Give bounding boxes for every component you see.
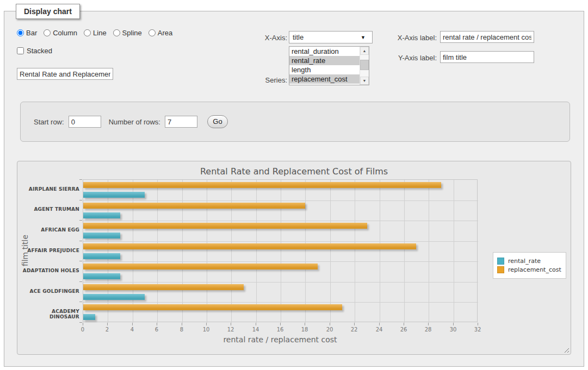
start-row-input[interactable] bbox=[69, 116, 101, 128]
chart-gridline bbox=[83, 221, 478, 221]
chart-bar-replacement_cost bbox=[83, 264, 318, 269]
chart-x-axis-title: rental rate / replacement cost bbox=[83, 335, 478, 344]
y-axis-tick bbox=[79, 241, 82, 241]
category-label: AFFAIR PREJUDICE bbox=[21, 248, 79, 253]
display-chart-fieldset: Display chart BarColumnLineSplineArea St… bbox=[4, 11, 584, 367]
chart-type-option-bar: Bar bbox=[17, 29, 37, 37]
chart-gridline bbox=[157, 180, 158, 323]
series-listbox[interactable]: rental_durationrental_ratelengthreplacem… bbox=[289, 46, 369, 85]
legend-item: rental_rate bbox=[497, 258, 561, 265]
series-option-rental_duration[interactable]: rental_duration bbox=[289, 47, 369, 56]
chart-bar-rental_rate bbox=[83, 192, 145, 198]
x-axis-tick bbox=[107, 323, 108, 325]
series-scrollbar[interactable]: ▲ ▼ bbox=[360, 47, 369, 85]
x-axis-label-input[interactable] bbox=[440, 31, 534, 43]
scroll-down-icon[interactable]: ▼ bbox=[360, 77, 369, 85]
x-axis-tick bbox=[354, 323, 355, 325]
chart-gridline bbox=[207, 180, 207, 323]
chart-type-label: Line bbox=[93, 29, 107, 37]
chart-gridline bbox=[182, 180, 183, 323]
x-axis-tick bbox=[379, 323, 380, 325]
chart-gridline bbox=[305, 180, 306, 323]
chart-bar-rental_rate bbox=[83, 233, 120, 239]
x-axis-tick bbox=[157, 323, 157, 325]
chart-bar-rental_rate bbox=[83, 212, 120, 218]
chart-gridline bbox=[83, 261, 478, 262]
y-axis-label-input[interactable] bbox=[440, 51, 534, 63]
chart-legend: rental_ratereplacement_cost bbox=[493, 252, 566, 279]
x-tick-label: 22 bbox=[346, 327, 362, 333]
chart-bar-rental_rate bbox=[83, 314, 95, 320]
x-axis-select[interactable]: title ▼ bbox=[289, 31, 373, 43]
chart-gridline bbox=[380, 180, 380, 323]
go-button[interactable]: Go bbox=[207, 115, 228, 128]
legend-label: replacement_cost bbox=[508, 266, 561, 273]
x-axis-field-label: X-Axis label: bbox=[385, 34, 437, 42]
chart-type-option-spline: Spline bbox=[113, 29, 142, 37]
series-option-replacement_cost[interactable]: replacement_cost bbox=[289, 74, 369, 84]
x-axis-tick bbox=[206, 323, 207, 325]
x-axis-tick bbox=[305, 323, 305, 325]
chart-type-label: Column bbox=[53, 29, 77, 37]
x-tick-label: 28 bbox=[420, 327, 436, 333]
x-axis-tick bbox=[478, 323, 478, 325]
chart-title-input[interactable] bbox=[17, 68, 113, 80]
scrollbar-thumb[interactable] bbox=[360, 60, 369, 70]
x-axis-tick bbox=[453, 323, 454, 325]
x-axis-selected-value: title bbox=[293, 33, 304, 41]
x-tick-label: 2 bbox=[99, 327, 115, 333]
legend-label: rental_rate bbox=[508, 258, 541, 265]
series-option-length[interactable]: length bbox=[289, 65, 369, 74]
chart-bar-rental_rate bbox=[83, 294, 145, 300]
x-axis-tick bbox=[330, 323, 330, 325]
chart-type-radio-area[interactable] bbox=[148, 29, 156, 36]
legend-swatch bbox=[497, 258, 504, 265]
x-tick-label: 4 bbox=[124, 327, 140, 333]
x-tick-label: 20 bbox=[321, 327, 338, 333]
chart-type-label: Spline bbox=[122, 29, 142, 37]
chart-gridline bbox=[355, 180, 355, 323]
x-tick-label: 24 bbox=[371, 327, 387, 333]
x-axis-tick bbox=[256, 323, 256, 325]
series-option-rental_rate[interactable]: rental_rate bbox=[289, 56, 369, 65]
x-tick-label: 26 bbox=[395, 327, 412, 333]
chart-bar-replacement_cost bbox=[83, 203, 305, 209]
y-axis-tick bbox=[79, 322, 82, 323]
chart-bar-replacement_cost bbox=[83, 284, 244, 290]
chart-type-option-column: Column bbox=[44, 29, 77, 37]
x-tick-label: 14 bbox=[247, 327, 264, 333]
chart-type-label: Area bbox=[158, 29, 172, 37]
x-axis-select-label: X-Axis: bbox=[236, 34, 287, 42]
x-tick-label: 6 bbox=[148, 327, 165, 333]
x-tick-label: 12 bbox=[222, 327, 239, 333]
resize-handle-icon[interactable] bbox=[563, 347, 569, 353]
chart-panel: Rental Rate and Replacement Cost of Film… bbox=[17, 161, 571, 355]
row-range-panel: Start row: Number of rows: Go bbox=[20, 102, 570, 142]
num-rows-input[interactable] bbox=[165, 116, 197, 128]
stacked-checkbox[interactable] bbox=[17, 47, 24, 54]
chart-type-radio-column[interactable] bbox=[44, 29, 51, 36]
chart-gridline bbox=[83, 200, 478, 201]
x-axis-tick bbox=[428, 323, 429, 325]
chart-title: Rental Rate and Replacement Cost of Film… bbox=[17, 166, 571, 177]
chart-bar-replacement_cost bbox=[83, 223, 367, 229]
stacked-label: Stacked bbox=[27, 47, 52, 55]
x-tick-label: 18 bbox=[296, 327, 313, 333]
num-rows-label: Number of rows: bbox=[109, 118, 160, 126]
stacked-checkbox-row: Stacked bbox=[17, 47, 52, 55]
fieldset-legend: Display chart bbox=[16, 4, 80, 19]
y-axis-tick bbox=[79, 261, 82, 261]
chart-type-radio-line[interactable] bbox=[84, 29, 91, 36]
chart-type-radio-bar[interactable] bbox=[17, 29, 24, 36]
x-axis-tick bbox=[83, 323, 83, 325]
x-axis-tick bbox=[280, 323, 281, 325]
chart-type-radio-spline[interactable] bbox=[113, 29, 120, 36]
x-axis-tick bbox=[231, 323, 231, 325]
chart-gridline bbox=[281, 180, 281, 323]
chart-gridline bbox=[256, 180, 257, 323]
x-tick-label: 32 bbox=[469, 327, 486, 333]
scroll-up-icon[interactable]: ▲ bbox=[360, 47, 369, 55]
y-axis-field-label: Y-Axis label: bbox=[385, 54, 437, 62]
legend-swatch bbox=[497, 266, 504, 273]
legend-item: replacement_cost bbox=[497, 266, 561, 273]
